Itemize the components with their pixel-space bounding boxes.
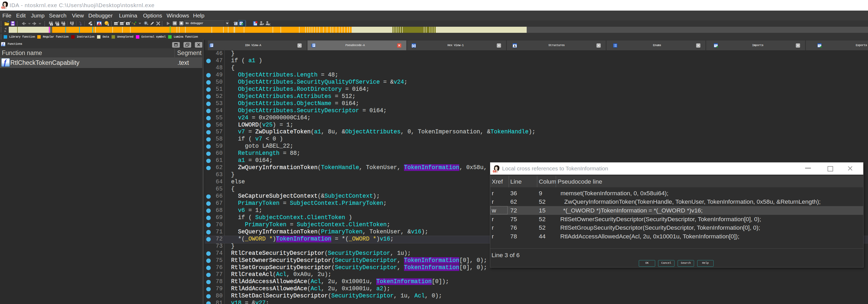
- svg-text:101: 101: [62, 24, 66, 26]
- svg-text:A: A: [127, 22, 129, 25]
- svg-text:CODE: CODE: [114, 23, 118, 25]
- svg-text:64: 64: [493, 170, 497, 173]
- svg-text:64: 64: [1, 6, 5, 9]
- svg-text:'s: 's: [132, 22, 135, 26]
- svg-text:DATA: DATA: [120, 23, 124, 25]
- svg-text:#: #: [51, 24, 52, 26]
- svg-text:T: T: [57, 24, 58, 26]
